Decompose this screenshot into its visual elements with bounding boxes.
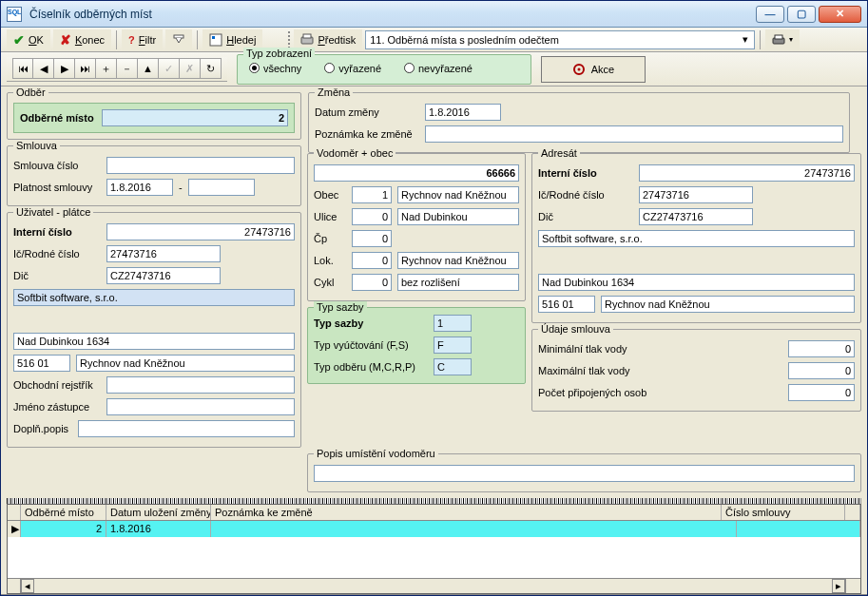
min-tlak-field[interactable]: 0	[788, 340, 855, 357]
zmena-datum-label: Datum změny	[315, 106, 419, 118]
adresat-ic-field[interactable]: 27473716	[639, 186, 753, 203]
uzivatel-ic-field[interactable]: 27473716	[106, 245, 221, 262]
ok-button[interactable]: ✔OOKK	[7, 29, 50, 50]
group-sazba-legend: Typ sazby	[314, 301, 367, 313]
svg-rect-2	[212, 36, 215, 39]
group-zmena: Změna Datum změny1.8.2016 Poznámka ke zm…	[308, 92, 850, 153]
zastupce-field[interactable]	[106, 398, 295, 415]
max-tlak-field[interactable]: 0	[788, 362, 855, 379]
grip[interactable]	[287, 30, 291, 49]
next-button[interactable]: ▶	[54, 58, 75, 79]
grid-row[interactable]: ▶ 2 1.8.2016	[8, 521, 860, 537]
nav-toolbar: ⏮ ◀ ▶ ⏭ ＋ － ▲ ✓ ✗ ↻ Typ zobrazení všechn…	[1, 52, 867, 87]
vyuctovani-field[interactable]: F	[434, 336, 472, 354]
lok-name-field[interactable]: Rychnov nad Kněžnou	[397, 252, 519, 269]
hscroll-left[interactable]: ◂	[21, 579, 34, 593]
cp-label: Čp	[314, 233, 346, 244]
svg-rect-1	[210, 34, 222, 46]
col-datum[interactable]: Datum uložení změny	[106, 505, 211, 520]
refresh-button[interactable]: ↻	[201, 58, 222, 79]
smlouva-cislo-field[interactable]	[106, 157, 295, 174]
edit-button[interactable]: ▲	[138, 58, 159, 79]
group-smlouva-legend: Smlouva	[13, 140, 60, 151]
minimize-button[interactable]: —	[756, 6, 784, 23]
add-button[interactable]: ＋	[96, 58, 117, 79]
obch-rejstrik-field[interactable]	[106, 376, 295, 394]
popis-umisteni-field[interactable]	[314, 465, 855, 482]
first-button[interactable]: ⏮	[12, 58, 33, 79]
group-zmena-legend: Změna	[315, 87, 353, 98]
cancel-button[interactable]: ✗	[180, 58, 201, 79]
vyuctovani-label: Typ vyúčtování (F,S)	[314, 339, 428, 351]
uzivatel-interni-field[interactable]: 27473716	[106, 223, 295, 240]
col-misto[interactable]: Odběrné místo	[21, 505, 106, 520]
col-poznamka[interactable]: Poznámka ke změně	[211, 505, 722, 520]
prev-button[interactable]: ◀	[33, 58, 54, 79]
hscroll-right[interactable]: ▸	[832, 579, 845, 593]
vodomer-head-field[interactable]: 66666	[314, 164, 519, 182]
group-vodomer-legend: Vodoměr + obec	[314, 147, 395, 159]
uzivatel-addr-field[interactable]: Nad Dubinkou 1634	[13, 333, 295, 350]
uzivatel-dic-field[interactable]: CZ27473716	[106, 267, 221, 284]
adresat-dic-field[interactable]: CZ27473716	[639, 208, 753, 225]
odberne-misto-field[interactable]: 2	[102, 109, 288, 126]
ulice-num-field[interactable]: 0	[352, 208, 392, 225]
obec-num-field[interactable]: 1	[352, 186, 392, 203]
maximize-button[interactable]: ▢	[787, 6, 816, 23]
adresat-name-field[interactable]: Softbit software, s.r.o.	[538, 230, 855, 247]
radio-discarded[interactable]: vyřazené	[317, 63, 389, 74]
group-odber-legend: Odběr	[13, 87, 48, 98]
grid-body[interactable]: ▶ 2 1.8.2016	[8, 521, 860, 578]
display-type-legend: Typ zobrazení	[243, 48, 315, 59]
last-button[interactable]: ⏭	[75, 58, 96, 79]
grid-scroll-head	[845, 505, 860, 520]
gear-icon	[572, 63, 586, 76]
akce-button[interactable]: Akce	[541, 56, 646, 83]
print-button[interactable]: ▾	[765, 29, 800, 50]
uzivatel-psc-field[interactable]: 516 01	[13, 355, 70, 372]
zmena-note-field[interactable]	[425, 125, 843, 143]
svg-point-8	[577, 67, 580, 70]
close-button[interactable]: ✕	[819, 6, 861, 23]
svg-rect-4	[303, 34, 311, 38]
uzivatel-interni-label: Interní číslo	[13, 226, 101, 238]
zmena-note-label: Poznámka ke změně	[315, 128, 419, 140]
history-grid: Odběrné místo Datum uložení změny Poznám…	[7, 504, 861, 594]
adresat-psc-field[interactable]: 516 01	[538, 296, 595, 313]
cykl-name-field[interactable]: bez rozlišení	[397, 274, 519, 291]
cykl-num-field[interactable]: 0	[352, 274, 392, 291]
predtisk-select[interactable]: 11. Odběrná místa s posledním odečtem▾	[365, 30, 755, 49]
cell-poznamka	[211, 521, 737, 537]
lok-num-field[interactable]: 0	[352, 252, 392, 269]
zmena-datum-field[interactable]: 1.8.2016	[425, 104, 501, 121]
obec-label: Obec	[314, 189, 346, 201]
odber-type-field[interactable]: C	[434, 358, 472, 375]
platnost-to-field[interactable]	[188, 179, 255, 196]
radio-all[interactable]: všechny	[241, 63, 309, 74]
uzivatel-ic-label: Ič/Rodné číslo	[13, 248, 101, 260]
post-button[interactable]: ✓	[159, 58, 180, 79]
uzivatel-city-field[interactable]: Rychnov nad Kněžnou	[76, 355, 295, 372]
radio-not-discarded[interactable]: nevyřazené	[396, 63, 480, 74]
col-smlouva[interactable]: Číslo smlouvy	[722, 505, 845, 520]
group-adresat: Adresát Interní číslo27473716 Ič/Rodné č…	[531, 153, 861, 323]
titlebar: SQL Číselník odběrných míst — ▢ ✕	[1, 1, 867, 28]
uzivatel-name-field[interactable]: Softbit software, s.r.o.	[13, 289, 295, 306]
adresat-city-field[interactable]: Rychnov nad Kněžnou	[601, 296, 855, 313]
delete-button[interactable]: －	[117, 58, 138, 79]
adresat-addr-field[interactable]: Nad Dubinkou 1634	[538, 274, 855, 291]
adresat-interni-field[interactable]: 27473716	[639, 164, 855, 182]
record-nav: ⏮ ◀ ▶ ⏭ ＋ － ▲ ✓ ✗ ↻	[7, 57, 227, 82]
filtr-clear-button[interactable]	[165, 29, 192, 50]
row-marker: ▶	[8, 521, 21, 537]
filtr-button[interactable]: ?Filtr	[122, 29, 163, 50]
osob-field[interactable]: 0	[788, 384, 855, 401]
platnost-from-field[interactable]: 1.8.2016	[106, 179, 173, 196]
group-uzivatel: Uživatel - plátce Interní číslo27473716 …	[7, 212, 301, 448]
konec-button[interactable]: ✘Konec	[53, 29, 111, 50]
ulice-name-field[interactable]: Nad Dubinkou	[397, 208, 519, 225]
obec-name-field[interactable]: Rychnov nad Kněžnou	[397, 186, 519, 203]
cp-field[interactable]: 0	[352, 230, 392, 247]
dopln-popis-field[interactable]	[78, 420, 295, 437]
typ-sazby-field[interactable]: 1	[434, 315, 472, 332]
